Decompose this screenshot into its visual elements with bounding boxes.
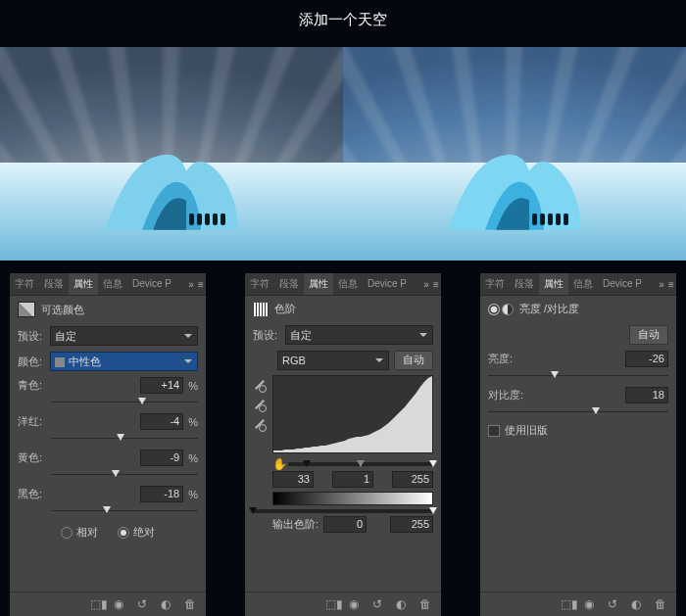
black-slider[interactable] [51, 505, 198, 517]
eyedropper-gray-icon[interactable] [253, 399, 267, 412]
prev-icon[interactable]: ◐ [161, 597, 174, 611]
black-value[interactable]: -18 [140, 486, 183, 502]
tab-device[interactable]: Device P [598, 273, 647, 295]
menu-icon[interactable]: ≡ [196, 279, 206, 290]
contrast-slider[interactable] [488, 406, 668, 418]
panel-title: 色阶 [274, 302, 296, 316]
output-label: 输出色阶: [272, 517, 318, 532]
tab-para[interactable]: 段落 [39, 273, 69, 295]
cyan-unit: % [188, 380, 198, 392]
visibility-icon[interactable]: ◉ [584, 597, 598, 611]
absolute-radio[interactable]: 绝对 [118, 525, 155, 540]
tab-props[interactable]: 属性 [304, 273, 333, 295]
prev-icon[interactable]: ◐ [631, 597, 645, 611]
brightness-contrast-icon [488, 304, 514, 315]
tab-char[interactable]: 字符 [10, 273, 39, 295]
tab-info[interactable]: 信息 [568, 273, 598, 295]
cyan-value[interactable]: +14 [140, 377, 183, 394]
tab-char[interactable]: 字符 [245, 273, 274, 295]
reset-icon[interactable]: ↺ [137, 597, 151, 611]
channel-dropdown[interactable]: RGB [277, 351, 389, 370]
legacy-checkbox[interactable]: 使用旧版 [480, 420, 676, 441]
magenta-label: 洋红: [18, 414, 45, 429]
menu-icon[interactable]: ≡ [666, 279, 676, 290]
panel-footer: ⬚▮ ◉ ↺ ◐ 🗑 [10, 592, 206, 616]
shadow-input[interactable]: 33 [272, 471, 314, 488]
panel-title: 亮度 /对比度 [519, 302, 579, 316]
visibility-icon[interactable]: ◉ [114, 597, 127, 611]
collapse-icon[interactable]: » [657, 279, 666, 290]
trash-icon[interactable]: 🗑 [419, 597, 433, 611]
input-sliders[interactable]: ✋ [245, 455, 441, 471]
yellow-label: 黄色: [18, 450, 45, 465]
clip-icon[interactable]: ⬚▮ [90, 597, 104, 611]
tab-para[interactable]: 段落 [274, 273, 304, 295]
colors-dropdown[interactable]: 中性色 [50, 352, 198, 371]
colors-label: 颜色: [18, 355, 45, 369]
preset-label: 预设: [18, 329, 45, 344]
black-label: 黑色: [18, 487, 45, 501]
histogram [272, 375, 433, 453]
eyedropper-white-icon[interactable] [253, 418, 267, 432]
auto-button[interactable]: 自动 [394, 351, 433, 370]
eyedroppers [253, 375, 269, 453]
output-high[interactable]: 255 [390, 516, 433, 533]
tab-device[interactable]: Device P [127, 273, 176, 295]
trash-icon[interactable]: 🗑 [655, 597, 668, 611]
panel-levels: 字符 段落 属性 信息 Device P »≡ 色阶 预设: 自定 RGB 自动 [245, 273, 441, 616]
levels-icon [253, 303, 269, 316]
preview-after [343, 47, 686, 261]
relative-radio[interactable]: 相对 [61, 525, 98, 540]
preview-images [0, 47, 686, 261]
cyan-slider[interactable] [51, 397, 198, 408]
tab-props[interactable]: 属性 [69, 273, 98, 295]
brightness-label: 亮度: [488, 352, 527, 366]
visibility-icon[interactable]: ◉ [349, 597, 363, 611]
reset-icon[interactable]: ↺ [372, 597, 386, 611]
auto-button[interactable]: 自动 [629, 325, 668, 345]
preset-dropdown[interactable]: 自定 [285, 325, 433, 345]
preset-dropdown[interactable]: 自定 [50, 326, 198, 346]
prev-icon[interactable]: ◐ [396, 597, 410, 611]
magenta-slider[interactable] [51, 433, 198, 445]
tab-props[interactable]: 属性 [539, 273, 568, 295]
selective-color-icon [18, 302, 35, 317]
hand-icon[interactable]: ✋ [272, 457, 286, 471]
contrast-value[interactable]: 18 [625, 387, 668, 403]
preview-before [0, 47, 343, 261]
panel-brightness-contrast: 字符 段落 属性 信息 Device P »≡ 亮度 /对比度 自动 亮度:-2… [480, 273, 676, 616]
preset-label: 预设: [253, 328, 280, 343]
output-sliders[interactable] [245, 507, 441, 513]
page-title: 添加一个天空 [0, 0, 686, 29]
trash-icon[interactable]: 🗑 [184, 597, 198, 611]
panel-selective-color: 字符 段落 属性 信息 Device P »≡ 可选颜色 预设: 自定 颜色: … [10, 273, 206, 616]
brightness-value[interactable]: -26 [625, 351, 668, 367]
eyedropper-black-icon[interactable] [253, 379, 267, 393]
brightness-slider[interactable] [488, 370, 668, 382]
clip-icon[interactable]: ⬚▮ [561, 597, 574, 611]
tab-device[interactable]: Device P [363, 273, 412, 295]
clip-icon[interactable]: ⬚▮ [325, 597, 339, 611]
menu-icon[interactable]: ≡ [431, 279, 441, 290]
cyan-label: 青色: [18, 378, 45, 393]
output-gradient [272, 492, 433, 505]
yellow-value[interactable]: -9 [140, 450, 183, 466]
reset-icon[interactable]: ↺ [608, 597, 621, 611]
panel-tabs: 字符 段落 属性 信息 Device P »≡ [10, 273, 206, 296]
tab-para[interactable]: 段落 [510, 273, 539, 295]
tab-char[interactable]: 字符 [480, 273, 510, 295]
output-low[interactable]: 0 [323, 516, 367, 533]
yellow-slider[interactable] [51, 469, 198, 481]
panel-title: 可选颜色 [41, 303, 84, 317]
highlight-input[interactable]: 255 [392, 471, 433, 488]
tab-info[interactable]: 信息 [98, 273, 127, 295]
collapse-icon[interactable]: » [421, 279, 431, 290]
contrast-label: 对比度: [488, 388, 527, 403]
tab-info[interactable]: 信息 [333, 273, 363, 295]
mid-input[interactable]: 1 [332, 471, 373, 488]
collapse-icon[interactable]: » [186, 279, 196, 290]
magenta-value[interactable]: -4 [140, 413, 183, 430]
